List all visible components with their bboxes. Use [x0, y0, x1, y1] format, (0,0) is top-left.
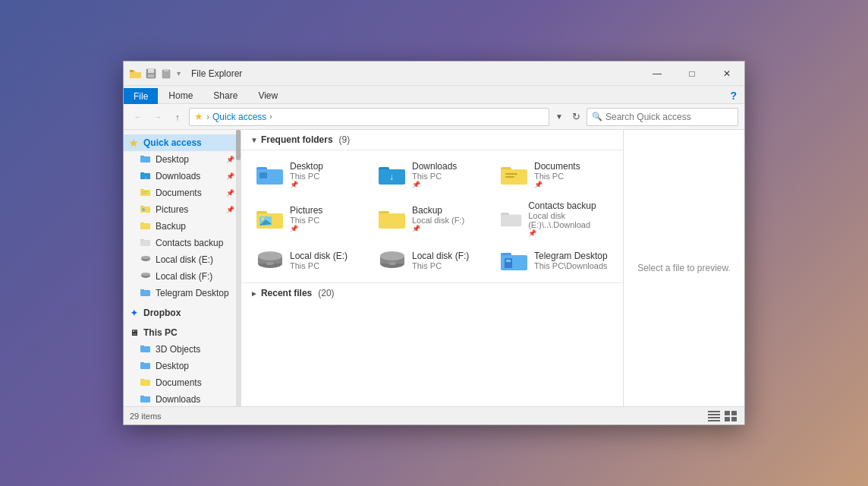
- svg-rect-33: [140, 363, 150, 369]
- telegram-folder-info: Telegram Desktop This PC\Downloads: [534, 251, 608, 270]
- help-button[interactable]: ?: [725, 88, 741, 103]
- file-explorer-window: ▾ File Explorer — □ ✕ File Home Share Vi…: [123, 61, 745, 425]
- svg-rect-9: [140, 156, 150, 163]
- maximize-button[interactable]: □: [675, 62, 709, 86]
- search-box[interactable]: 🔍: [587, 108, 738, 126]
- tiles-view-icon: [725, 411, 737, 421]
- svg-rect-18: [140, 207, 150, 213]
- folder-item-backup[interactable]: Backup Local disk (F:) 📌: [373, 196, 492, 241]
- telegram-folder-name: Telegram Desktop: [534, 251, 608, 261]
- sidebar-item-telegram[interactable]: Telegram Desktop: [124, 285, 241, 301]
- svg-rect-37: [140, 396, 150, 402]
- save-icon[interactable]: [145, 68, 157, 79]
- telegram-folder-sub: This PC\Downloads: [534, 261, 608, 270]
- sidebar-quick-access[interactable]: ★ Quick access: [124, 134, 241, 151]
- view-controls: [706, 409, 738, 423]
- sidebar-item-backup[interactable]: Backup: [124, 218, 241, 235]
- folder-item-pictures[interactable]: Pictures This PC 📌: [250, 196, 370, 241]
- folder-thispc-docs-icon: [140, 377, 151, 389]
- folder-backup-icon: [140, 221, 151, 232]
- desktop-folder-name: Desktop: [290, 161, 323, 172]
- svg-point-52: [261, 217, 264, 220]
- close-button[interactable]: ✕: [709, 62, 744, 86]
- contacts-folder-name: Contacts backup: [528, 200, 608, 211]
- svg-text:↓: ↓: [144, 175, 147, 180]
- recent-files-header[interactable]: ► Recent files (20): [241, 283, 623, 303]
- folders-grid: Desktop This PC 📌 ↓ Downloa: [241, 150, 623, 283]
- pictures-folder-name: Pictures: [290, 205, 322, 216]
- pin-icon-desktop: 📌: [226, 156, 234, 163]
- svg-rect-68: [506, 260, 511, 262]
- path-name: Quick access: [212, 112, 266, 122]
- desktop-folder-pin: 📌: [290, 181, 323, 188]
- sidebar-quick-access-label: Quick access: [143, 137, 202, 148]
- forward-button[interactable]: →: [149, 109, 166, 125]
- folder-telegram-icon: [140, 288, 151, 299]
- folder-item-documents[interactable]: Documents This PC 📌: [495, 156, 614, 193]
- contacts-folder-pin: 📌: [528, 229, 608, 237]
- sidebar-item-local-f[interactable]: Local disk (F:): [124, 268, 241, 285]
- svg-rect-72: [708, 420, 720, 421]
- folder-item-contacts[interactable]: Contacts backup Local disk (E:)\..\.Down…: [495, 196, 614, 241]
- downloads-folder-sub: This PC: [412, 172, 457, 181]
- downloads-folder-pin: 📌: [412, 181, 457, 188]
- item-count: 29 items: [130, 412, 162, 421]
- svg-point-63: [380, 251, 404, 260]
- sidebar-dropbox[interactable]: ✦ Dropbox: [124, 305, 241, 321]
- sidebar-item-contacts-backup[interactable]: Contacts backup: [124, 235, 241, 251]
- folder-item-desktop[interactable]: Desktop This PC 📌: [250, 156, 370, 193]
- clipboard-icon[interactable]: [160, 68, 172, 79]
- downloads-folder-name: Downloads: [412, 161, 457, 172]
- folder-item-telegram[interactable]: Telegram Desktop This PC\Downloads: [495, 245, 614, 276]
- tab-file[interactable]: File: [124, 88, 158, 104]
- window-controls: — □ ✕: [640, 62, 744, 86]
- sidebar-scrollbar[interactable]: [236, 130, 241, 406]
- view-tiles-button[interactable]: [723, 409, 738, 423]
- tab-share[interactable]: Share: [203, 87, 247, 103]
- sidebar-this-pc[interactable]: 🖥 This PC: [124, 324, 241, 341]
- minimize-button[interactable]: —: [640, 62, 675, 86]
- svg-rect-40: [259, 172, 267, 178]
- up-button[interactable]: ↑: [169, 109, 186, 125]
- sidebar-item-downloads[interactable]: ↓ Downloads 📌: [124, 168, 241, 185]
- back-button[interactable]: ←: [130, 109, 146, 125]
- pictures-folder-sub: This PC: [290, 216, 322, 225]
- svg-point-25: [141, 256, 150, 259]
- sidebar-item-desktop[interactable]: Desktop 📌: [124, 151, 241, 168]
- view-details-button[interactable]: [706, 409, 722, 423]
- sidebar-item-this-pc-documents[interactable]: Documents: [124, 374, 241, 391]
- sidebar-item-this-pc-downloads[interactable]: Downloads: [124, 391, 241, 406]
- svg-rect-47: [505, 176, 514, 178]
- refresh-button[interactable]: ↻: [569, 111, 583, 122]
- sidebar-scrollbar-thumb[interactable]: [236, 130, 241, 160]
- sidebar-item-local-e[interactable]: Local disk (E:): [124, 251, 241, 268]
- folder-item-disk-f[interactable]: Local disk (F:) This PC: [373, 245, 492, 276]
- svg-rect-76: [731, 417, 737, 421]
- search-input[interactable]: [605, 112, 733, 122]
- details-view-icon: [708, 411, 720, 421]
- svg-point-64: [388, 262, 396, 265]
- svg-point-19: [142, 208, 145, 211]
- disk-e-icon: [140, 254, 151, 265]
- recent-files-count: (20): [318, 288, 334, 298]
- sidebar-item-3d-objects[interactable]: 3D Objects: [124, 341, 241, 358]
- folder-item-disk-e[interactable]: Local disk (E:) This PC: [250, 245, 370, 276]
- content-preview-area: ▼ Frequent folders (9) Desktop: [241, 130, 744, 406]
- svg-text:↓: ↓: [389, 172, 394, 182]
- svg-rect-46: [505, 173, 517, 175]
- sidebar-item-pictures[interactable]: Pictures 📌: [124, 201, 241, 218]
- telegram-folder-icon: [501, 249, 528, 272]
- address-path[interactable]: ★ › Quick access ›: [189, 108, 549, 126]
- folder-item-downloads[interactable]: ↓ Downloads This PC 📌: [373, 156, 492, 193]
- tab-view[interactable]: View: [248, 87, 288, 103]
- address-dropdown[interactable]: ▼: [552, 112, 566, 121]
- svg-rect-21: [140, 223, 150, 229]
- title-bar-separator: ▾: [177, 69, 181, 77]
- tab-home[interactable]: Home: [159, 87, 203, 103]
- sidebar-item-this-pc-desktop[interactable]: Desktop: [124, 358, 241, 374]
- desktop-folder-sub: This PC: [290, 172, 323, 181]
- sidebar-item-documents[interactable]: Documents 📌: [124, 185, 241, 201]
- folder-documents-icon: [140, 188, 151, 199]
- frequent-folders-header[interactable]: ▼ Frequent folders (9): [241, 130, 623, 150]
- svg-point-59: [258, 251, 282, 260]
